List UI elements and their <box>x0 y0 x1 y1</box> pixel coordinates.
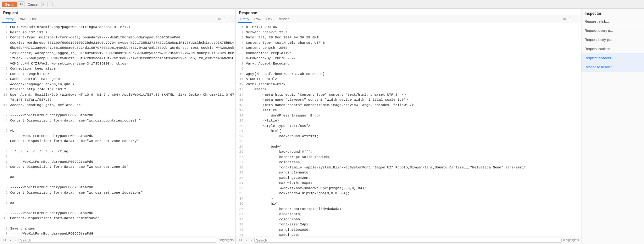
tab-response-render[interactable]: Render <box>275 16 291 23</box>
settings-button[interactable]: ⚙ <box>18 1 25 7</box>
line-content: html{ <box>246 128 281 134</box>
table-row: 11Accept-Encoding: gzip, deflate, br <box>0 103 236 108</box>
line-content: padding:0; <box>246 232 300 236</box>
line-number: 4 <box>237 40 246 46</box>
table-row: 40 margin:30px000; <box>236 227 581 233</box>
tab-response-pretty[interactable]: Pretty <box>238 16 252 23</box>
table-row: 23 } <box>236 139 581 144</box>
table-row: 17 <title> <box>236 108 581 113</box>
inspector-item[interactable]: Response header <box>581 63 644 72</box>
resp-nav-prev-icon[interactable]: ‹ <box>245 238 248 243</box>
line-content: font-family:-apple-system,BlinkMacSystem… <box>246 165 528 170</box>
request-icon-3[interactable]: ⋮ <box>228 16 234 22</box>
line-number <box>1 195 10 200</box>
inspector-panel: Inspector Request attrib...Request query… <box>581 9 644 244</box>
table-row: 34 } <box>236 196 581 201</box>
line-content: <!DOCTYPE html> <box>246 77 277 82</box>
tab-response-hex[interactable]: Hex <box>264 16 275 23</box>
table-row: 3------WebKitFormBoundarypaeLF6G9CGtsaPd… <box>0 231 236 236</box>
tab-request-raw[interactable]: Raw <box>16 16 28 23</box>
line-number: 1 <box>1 25 10 30</box>
line-content: Date: Sat, 28 Dec 2024 04:36:29 GMT <box>246 35 319 40</box>
response-search-input[interactable] <box>254 238 562 243</box>
response-code-area[interactable]: 1HTTP/1.1 200 OK2Server: nginx/1.27.33Da… <box>236 23 581 236</box>
line-number: 33 <box>237 191 246 196</box>
request-icon-2[interactable]: ☰ <box>222 16 228 22</box>
table-row <box>0 144 236 149</box>
table-row: 9 <box>236 66 581 71</box>
resp-icon-2[interactable]: ☰ <box>567 16 573 22</box>
request-search-input[interactable] <box>19 238 216 243</box>
table-row: 29 margin:2emauto; <box>236 170 581 175</box>
line-content: border-bottom:1pxsolid#dadada; <box>246 207 341 212</box>
line-number: 8 <box>237 61 246 66</box>
cancel-button[interactable]: Cancel <box>26 2 40 7</box>
table-row: 1POST /wp-admin/admin.php?page=wc-settin… <box>0 25 236 30</box>
line-number: 12 <box>237 82 246 87</box>
line-content: ------WebKitFormBoundarypaeLF6G9CGtsaPdG <box>10 133 93 139</box>
table-row: 41 padding:0; <box>236 232 581 236</box>
line-number: 22 <box>237 134 246 139</box>
req-nav-prev-icon[interactable]: ‹ <box>9 238 13 243</box>
req-search-settings-icon[interactable]: ⚙ <box>2 237 8 243</box>
table-row <box>0 170 236 175</box>
line-number: 11 <box>1 103 10 108</box>
line-content: } <box>246 139 273 144</box>
line-number: 2 <box>1 30 10 35</box>
tab-request-hex[interactable]: Hex <box>28 16 39 23</box>
line-content: <meta name="viewport" content="width=dev… <box>246 97 408 103</box>
request-code-area[interactable]: 1POST /wp-admin/admin.php?page=wc-settin… <box>0 23 236 236</box>
line-content: ------WebKitFormBoundarypaeLF6G9CGtsaPdG <box>10 211 93 216</box>
table-row: 35 h1{ <box>236 201 581 207</box>
line-content: border:1px solid #ccd0d4; <box>246 155 331 160</box>
nav-prev-button[interactable]: ‹ <box>41 2 46 7</box>
line-content: User-Agent: Mozilla/5.0 (Windows NT 10.0… <box>10 92 234 103</box>
line-number: 2 <box>237 30 246 35</box>
tab-response-raw[interactable]: Raw <box>252 16 264 23</box>
send-button[interactable]: Send <box>2 2 17 7</box>
line-number: 31 <box>237 180 246 186</box>
line-number: 30 <box>237 175 246 181</box>
line-number: 3 <box>237 35 246 40</box>
line-content: clear:both; <box>246 212 302 217</box>
line-number: 39 <box>237 222 246 227</box>
table-row: 6Content-Length: 886 <box>0 71 236 77</box>
line-number: 2 <box>1 113 10 118</box>
response-highlights: 0 highlights <box>563 238 579 242</box>
table-row: 15 <meta name="viewport" content="width=… <box>236 97 581 103</box>
line-number: 6 <box>237 51 246 56</box>
inspector-item[interactable]: Request body pa... <box>581 35 644 44</box>
line-number: 28 <box>237 165 246 170</box>
inspector-item[interactable]: Request query p... <box>581 26 644 35</box>
table-row: 18 WordPress &rsaquo; Error <box>236 113 581 118</box>
line-content: Connection: keep-alive <box>246 51 291 56</box>
table-row: 2Save changes <box>0 226 236 231</box>
resp-icon-1[interactable]: ⊞ <box>562 16 567 22</box>
line-number: 32 <box>237 186 246 191</box>
request-icon-1[interactable]: ⊞ <box>217 16 222 22</box>
line-content: color:#444; <box>246 160 302 165</box>
req-nav-next-icon[interactable]: › <box>14 238 18 243</box>
resp-search-settings-icon[interactable]: ⚙ <box>238 237 243 243</box>
table-row: 7X-Powered-By: PHP/8.2.27 <box>236 56 581 61</box>
table-row: 10Content-Disposition: form-data; name="… <box>0 216 236 221</box>
line-number <box>1 221 10 226</box>
line-content: Connection: keep-alive <box>10 66 56 71</box>
inspector-item[interactable]: Request headers <box>581 54 644 63</box>
resp-icon-3[interactable]: ⋮ <box>573 16 579 22</box>
table-row <box>0 108 236 113</box>
line-number: 7 <box>237 56 246 61</box>
line-content: <head> <box>246 87 267 92</box>
resp-nav-next-icon[interactable]: › <box>250 238 253 243</box>
table-row <box>0 206 236 211</box>
line-number: 25 <box>237 149 246 155</box>
line-number: 10 <box>237 71 246 77</box>
inspector-item[interactable]: Request cookies <box>581 44 644 54</box>
nav-next-button[interactable]: › <box>47 2 53 7</box>
line-number: 8 <box>1 133 10 139</box>
table-row: 11<!DOCTYPE html> <box>236 77 581 82</box>
tab-request-pretty[interactable]: Pretty <box>2 16 16 23</box>
inspector-item[interactable]: Request attrib... <box>581 17 644 26</box>
line-number: 2 <box>1 226 10 231</box>
line-number: 37 <box>237 212 246 217</box>
